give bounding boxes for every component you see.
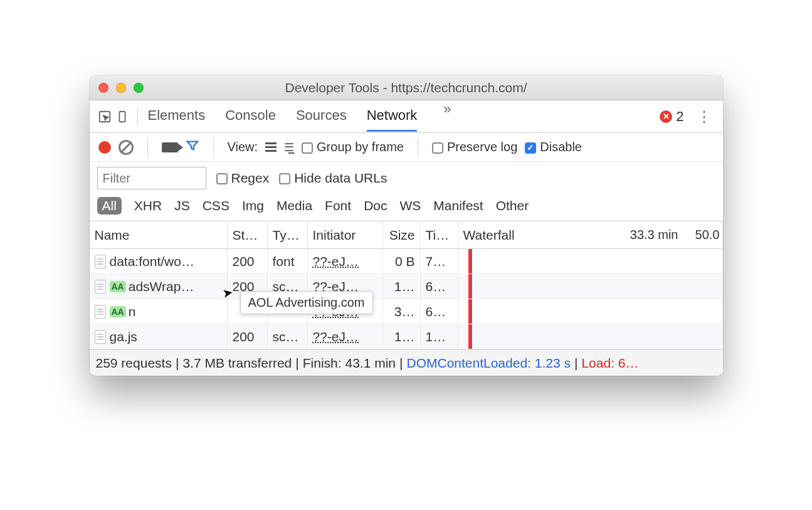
col-size[interactable]: Size [383, 221, 421, 248]
filter-bar: Regex Hide data URLs [90, 162, 723, 194]
titlebar: Developer Tools - https://techcrunch.com… [90, 75, 723, 100]
regex-option[interactable]: Regex [216, 171, 270, 186]
chip-ws[interactable]: WS [400, 198, 421, 213]
checkbox-icon [279, 173, 290, 184]
col-initiator[interactable]: Initiator [308, 221, 383, 248]
cursor-icon: ➤ [221, 285, 235, 302]
table-row[interactable]: AAadsWrap… 200 sc… ??-eJ… 1… 6… [90, 274, 723, 299]
network-toolbar: View: ☰̲ Group by frame Preserve log Dis… [90, 133, 723, 162]
file-icon [95, 280, 106, 294]
minimize-button[interactable] [116, 83, 126, 93]
file-icon [95, 255, 106, 268]
file-icon [95, 330, 106, 344]
waterfall-tick: 50.0 [695, 228, 720, 242]
chip-css[interactable]: CSS [203, 198, 229, 213]
col-waterfall[interactable]: Waterfall 33.3 min 50.0 [458, 221, 723, 248]
col-time[interactable]: Ti… [421, 221, 458, 248]
checkbox-icon [432, 142, 443, 154]
ad-badge: AA [110, 281, 126, 292]
tab-elements[interactable]: Elements [148, 101, 206, 132]
filter-toggle-icon[interactable] [186, 139, 199, 156]
type-filter-bar: All XHR JS CSS Img Media Font Doc WS Man… [90, 194, 723, 221]
tabs-overflow-icon[interactable]: » [443, 101, 451, 132]
table-header: Name St… Ty… Initiator Size Ti… Waterfal… [90, 221, 723, 249]
clear-button[interactable] [119, 140, 134, 155]
chip-xhr[interactable]: XHR [134, 198, 162, 213]
settings-menu-icon[interactable]: ⋮ [692, 108, 717, 125]
close-button[interactable] [98, 83, 108, 93]
ad-badge: AA [110, 306, 126, 317]
chip-font[interactable]: Font [325, 198, 351, 213]
request-table: data:font/wo… 200 font ??-eJ… 0 B 7… AAa… [90, 249, 723, 349]
inspect-icon[interactable] [96, 108, 113, 125]
tooltip: AOL Advertising.com [240, 291, 373, 314]
view-label: View: [228, 140, 258, 154]
main-toolbar: Elements Console Sources Network » ✕ 2 ⋮ [90, 100, 723, 133]
waterfall-tick: 33.3 min [630, 228, 678, 242]
filter-input[interactable] [97, 167, 206, 189]
col-name[interactable]: Name [90, 221, 228, 248]
panel-tabs: Elements Console Sources Network » [148, 101, 451, 132]
chip-doc[interactable]: Doc [364, 198, 387, 213]
status-finish: Finish: 43.1 min [303, 356, 396, 371]
tab-console[interactable]: Console [225, 101, 276, 132]
large-rows-icon[interactable] [265, 142, 277, 152]
window-title: Developer Tools - https://techcrunch.com… [90, 80, 723, 95]
screenshot-icon[interactable] [162, 142, 178, 152]
status-requests: 259 requests [96, 356, 172, 371]
record-button[interactable] [98, 141, 111, 154]
tab-network[interactable]: Network [367, 101, 418, 132]
error-count-value: 2 [676, 109, 683, 125]
status-bar: 259 requests | 3.7 MB transferred | Fini… [90, 349, 723, 376]
status-transferred: 3.7 MB transferred [182, 356, 292, 371]
devtools-window: Developer Tools - https://techcrunch.com… [90, 75, 723, 376]
error-icon: ✕ [660, 110, 672, 123]
chip-media[interactable]: Media [277, 198, 312, 213]
group-by-frame-option[interactable]: Group by frame [302, 140, 404, 154]
table-row[interactable]: AAn ??-eJ… 3… 6… [90, 299, 723, 324]
table-row[interactable]: ga.js 200 sc… ??-eJ… 1… 1… [90, 324, 723, 349]
zoom-button[interactable] [134, 83, 144, 93]
file-icon [95, 305, 106, 319]
chip-manifest[interactable]: Manifest [433, 198, 483, 213]
error-count[interactable]: ✕ 2 [660, 109, 683, 125]
checkbox-checked-icon [525, 142, 536, 154]
preserve-log-option[interactable]: Preserve log [432, 140, 517, 154]
chip-other[interactable]: Other [496, 198, 529, 213]
tab-sources[interactable]: Sources [296, 101, 347, 132]
col-status[interactable]: St… [228, 221, 268, 248]
small-rows-icon[interactable]: ☰̲ [284, 141, 294, 154]
checkbox-icon [302, 142, 313, 154]
chip-js[interactable]: JS [174, 198, 190, 213]
checkbox-icon [216, 173, 228, 184]
disable-cache-option[interactable]: Disable [525, 140, 582, 154]
device-icon[interactable] [113, 108, 131, 125]
status-domcontentloaded: DOMContentLoaded: 1.23 s [406, 356, 571, 371]
table-row[interactable]: data:font/wo… 200 font ??-eJ… 0 B 7… [90, 249, 723, 274]
svg-rect-1 [119, 111, 125, 122]
col-type[interactable]: Ty… [268, 221, 308, 248]
traffic-lights [98, 83, 144, 93]
chip-img[interactable]: Img [242, 198, 264, 213]
hide-data-urls-option[interactable]: Hide data URLs [279, 171, 387, 186]
status-load: Load: 6… [581, 356, 638, 371]
chip-all[interactable]: All [97, 197, 122, 215]
